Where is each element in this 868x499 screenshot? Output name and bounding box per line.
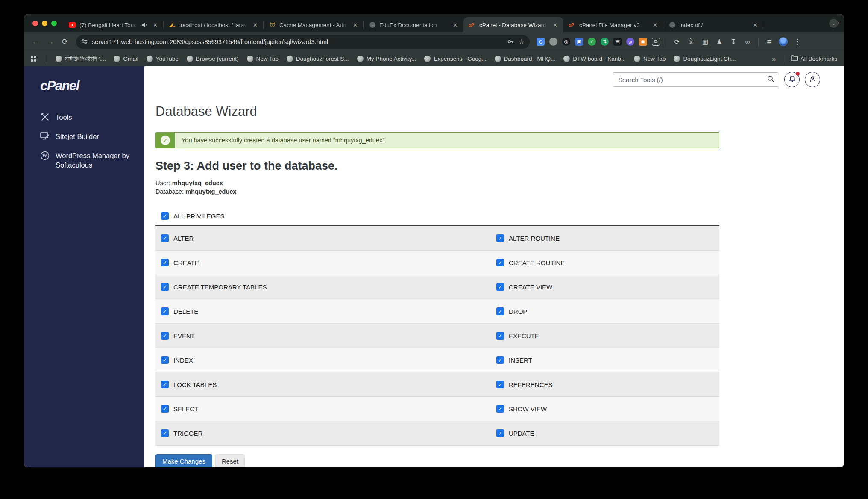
bookmark-item-4[interactable]: Browse (current) (187, 56, 239, 62)
browser-tab-3[interactable]: Cache Management - Admin |✕ (264, 17, 364, 32)
tab-close-icon[interactable]: ✕ (651, 21, 659, 29)
browser-tab-2[interactable]: localhost / localhost / laravel |✕ (164, 17, 264, 32)
link-icon[interactable]: ∞ (743, 38, 752, 45)
site-settings-icon[interactable] (81, 38, 88, 45)
bookmark-item-7[interactable]: My Phone Activity... (357, 56, 416, 62)
browser-tab-5[interactable]: cPcPanel - Database Wizard✕ (463, 17, 563, 32)
privilege-cell: ✓TRIGGER (155, 429, 496, 437)
chrome-menu-icon[interactable]: ⋮ (792, 37, 802, 46)
privilege-checkbox-drop[interactable]: ✓ (496, 307, 504, 315)
sync-extension-icon[interactable]: ⇅ (601, 38, 609, 46)
sidebar-item-tools[interactable]: Tools (40, 112, 132, 122)
shield-check-extension-icon[interactable]: ✓ (588, 38, 596, 46)
privilege-checkbox-update[interactable]: ✓ (496, 429, 504, 437)
browser-tab-4[interactable]: EduEx Documentation✕ (364, 17, 463, 32)
privilege-checkbox-alter[interactable]: ✓ (161, 234, 169, 242)
all-privileges-checkbox[interactable]: ✓ (161, 212, 169, 220)
bookmark-item-3[interactable]: YouTube (147, 56, 179, 62)
close-window-button[interactable] (32, 21, 38, 26)
tab-search-button[interactable]: ⌄ (829, 19, 838, 28)
privilege-checkbox-index[interactable]: ✓ (161, 356, 169, 364)
user-value: mhquytxg_eduex (172, 180, 223, 186)
tab-close-icon[interactable]: ✕ (451, 21, 459, 29)
database-value: mhquytxg_eduex (185, 188, 236, 195)
shield-extension-icon[interactable] (549, 38, 557, 46)
download-icon[interactable]: ↧ (729, 38, 738, 46)
translate-page-icon[interactable]: 文 (686, 38, 696, 46)
reading-list-icon[interactable]: ≣ (765, 38, 774, 46)
make-changes-button[interactable]: Make Changes (155, 454, 212, 467)
reset-button[interactable]: Reset (215, 454, 245, 467)
sidebar-item-sitejet[interactable]: Sitejet Builder (40, 132, 132, 141)
tab-close-icon[interactable]: ✕ (151, 21, 159, 29)
privilege-checkbox-create-view[interactable]: ✓ (496, 283, 504, 291)
bookmark-item-10[interactable]: DTW board - Kanb... (563, 56, 626, 62)
bookmarks-overflow-button[interactable]: » (772, 55, 775, 62)
reload-icon[interactable]: ⟳ (59, 36, 71, 48)
privilege-cell: ✓EVENT (155, 332, 496, 340)
globe-icon (187, 56, 193, 62)
bookmark-star-icon[interactable]: ☆ (519, 38, 525, 46)
privilege-checkbox-execute[interactable]: ✓ (496, 332, 504, 340)
privilege-checkbox-create[interactable]: ✓ (161, 259, 169, 266)
profile-avatar[interactable] (779, 37, 788, 46)
privilege-checkbox-create-routine[interactable]: ✓ (496, 259, 504, 266)
success-alert-strip: ✓ (156, 133, 175, 148)
privilege-row: ✓SELECT✓SHOW VIEW (155, 397, 719, 421)
search-icon[interactable] (767, 75, 774, 84)
all-bookmarks-button[interactable]: All Bookmarks (791, 55, 837, 62)
tab-close-icon[interactable]: ✕ (251, 21, 259, 29)
privilege-checkbox-lock-tables[interactable]: ✓ (161, 381, 169, 388)
capture-extension-icon[interactable]: ▣ (575, 38, 583, 46)
privilege-label: EXECUTE (509, 332, 539, 340)
browser-tab-1[interactable]: (7) Bengali Heart Touching✕ (64, 17, 164, 32)
bookmark-item-5[interactable]: New Tab (247, 56, 279, 62)
ring-extension-icon[interactable]: ◎ (562, 38, 570, 46)
bookmark-item-9[interactable]: Dashboard - MHQ... (495, 56, 556, 62)
bookmark-item-6[interactable]: DoughouzForest S... (287, 56, 349, 62)
bookmark-item-1[interactable]: মাস্টারিং পিএইচপি ৭... (56, 56, 106, 62)
phpmyadmin-icon (169, 21, 176, 29)
bookmark-item-12[interactable]: DoughouzLight Ch... (674, 56, 736, 62)
minimize-window-button[interactable] (42, 21, 47, 26)
search-tools-input[interactable] (618, 76, 767, 83)
browser-tab-7[interactable]: Index of /✕ (663, 17, 763, 32)
privilege-checkbox-create-temporary-tables[interactable]: ✓ (161, 283, 169, 291)
privilege-checkbox-delete[interactable]: ✓ (161, 307, 169, 315)
orange-extension-icon[interactable]: ◉ (639, 38, 647, 46)
bookmark-item-11[interactable]: New Tab (634, 56, 666, 62)
tab-close-icon[interactable]: ✕ (551, 21, 559, 29)
bookmark-item-2[interactable]: Gmail (114, 56, 138, 62)
privilege-checkbox-references[interactable]: ✓ (496, 381, 504, 388)
profile-sync-icon[interactable]: ⟳ (672, 38, 682, 46)
privilege-cell: ✓SHOW VIEW (496, 405, 719, 413)
bookmark-item-8[interactable]: Expensens - Goog... (424, 56, 486, 62)
address-bar[interactable]: server171.web-hosting.com:2083/cpsess856… (76, 35, 530, 49)
maximize-window-button[interactable] (51, 21, 57, 26)
design-extension-icon[interactable]: ▤ (613, 38, 622, 46)
back-icon[interactable]: ← (30, 36, 42, 48)
privilege-checkbox-show-view[interactable]: ✓ (496, 405, 504, 413)
globe-icon (424, 56, 431, 62)
privilege-checkbox-event[interactable]: ✓ (161, 332, 169, 340)
forward-icon[interactable]: → (44, 36, 56, 48)
qr-grid-icon[interactable]: ▦ (701, 38, 710, 46)
notifications-button[interactable] (784, 72, 800, 87)
privilege-checkbox-select[interactable]: ✓ (161, 405, 169, 413)
privilege-checkbox-insert[interactable]: ✓ (496, 356, 504, 364)
purple-extension-icon[interactable]: w (626, 38, 634, 46)
privilege-checkbox-trigger[interactable]: ✓ (161, 429, 169, 437)
incognito-icon[interactable]: ♟ (715, 38, 724, 46)
sidebar-item-wordpress[interactable]: WWordPress Manager by Softaculous (40, 151, 132, 170)
extensions-puzzle-icon[interactable]: ⧉ (652, 38, 660, 46)
browser-tab-6[interactable]: cPcPanel File Manager v3✕ (563, 17, 663, 32)
privilege-checkbox-alter-routine[interactable]: ✓ (496, 234, 504, 242)
account-button[interactable] (805, 72, 820, 87)
search-tools-box[interactable] (613, 72, 779, 87)
translate-extension-icon[interactable]: G (537, 38, 545, 46)
privilege-row: ✓TRIGGER✓UPDATE (155, 421, 719, 446)
tab-close-icon[interactable]: ✕ (351, 21, 359, 29)
password-key-icon[interactable] (507, 38, 514, 45)
apps-grid-icon[interactable] (31, 56, 36, 62)
tab-close-icon[interactable]: ✕ (751, 21, 759, 29)
